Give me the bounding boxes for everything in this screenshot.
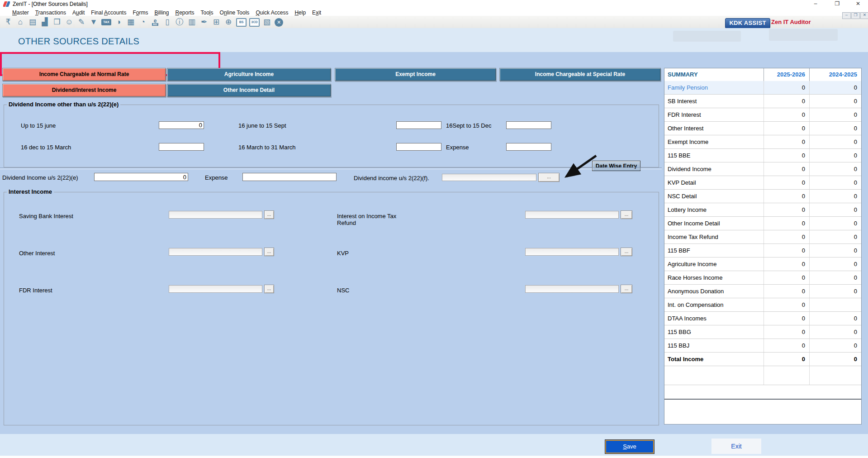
save-button[interactable]: Save (605, 439, 655, 454)
summary-col-2025-2026[interactable]: 2025-2026 (764, 71, 805, 78)
summary-row-115-bbf[interactable]: 115 BBF00 (664, 244, 861, 258)
browse-saving-bank-button[interactable]: ... (264, 210, 274, 219)
menu-item-reports[interactable]: Reports (172, 9, 197, 16)
summary-row-kvp-detail[interactable]: KVP Detail00 (664, 176, 861, 190)
heading-strip: OTHER SOURCES DETAILS (0, 28, 868, 52)
summary-row-race-horses-income[interactable]: Race Horses Income00 (664, 271, 861, 285)
minimize-button[interactable]: – (809, 0, 822, 8)
input-16june-15sept[interactable] (396, 121, 441, 129)
kdk-assist-button[interactable]: KDK ASSIST (725, 18, 770, 29)
input-expense-top[interactable] (506, 143, 551, 151)
input-dividend-2-22-f[interactable] (442, 174, 536, 181)
info-icon[interactable]: ⓘ (174, 17, 185, 28)
challan-form-icon[interactable]: ▧ (261, 17, 273, 28)
menu-item-forms[interactable]: Forms (129, 9, 151, 16)
calculator-icon[interactable]: ▦ (125, 17, 137, 28)
summary-row-115-bbg[interactable]: 115 BBG00 (664, 325, 861, 339)
input-nsc[interactable] (525, 285, 619, 293)
browse-fdr-interest-button[interactable]: ... (264, 285, 274, 293)
calendar-icon[interactable]: ⊞ (210, 17, 222, 28)
summary-row-other-interest[interactable]: Other Interest00 (664, 122, 861, 135)
tab-exempt-income[interactable]: Exempt Income (335, 68, 496, 81)
summary-row-other-income-detail[interactable]: Other Income Detail00 (664, 217, 861, 230)
menu-item-audit[interactable]: Audit (69, 9, 88, 16)
home-icon[interactable]: ⌂ (14, 17, 26, 28)
label-dividend-2-22-f: Dividend income u/s 2(22)(f). (354, 175, 429, 181)
office-building-icon[interactable]: ▤ (27, 17, 38, 28)
input-interest-on-it-refund[interactable] (525, 211, 619, 219)
browse-kvp-button[interactable]: ... (621, 248, 632, 256)
summary-row-agriculture-income[interactable]: Agriculture Income00 (664, 258, 861, 271)
input-saving-bank-interest[interactable] (169, 211, 262, 219)
menu-item-tools[interactable]: Tools (198, 9, 217, 16)
bs-doc-icon[interactable]: BS (236, 18, 247, 27)
menu-item-help[interactable]: Help (291, 9, 309, 16)
input-up-to-15-june[interactable] (159, 121, 204, 129)
ghost-button-2 (769, 29, 838, 41)
menu-item-billing[interactable]: Billing (151, 9, 172, 16)
input-fdr-interest[interactable] (169, 285, 262, 293)
summary-row-total-income[interactable]: Total Income00 (664, 353, 861, 366)
pin-tag-icon[interactable]: ✎ (76, 17, 87, 28)
tax-icon[interactable]: TAX (101, 19, 111, 25)
menu-item-master[interactable]: Master (9, 9, 32, 16)
menu-item-exit[interactable]: Exit (309, 9, 324, 16)
field-label-16march-31march: 16 March to 31 March (238, 144, 295, 151)
filter-icon[interactable]: ▼ (88, 17, 100, 28)
restore-button[interactable]: ❐ (830, 0, 844, 8)
menu-item-online-tools[interactable]: Online Tools (217, 9, 253, 16)
summary-row-115-bbe[interactable]: 115 BBE00 (664, 149, 861, 162)
tab-income-chargeable-at-normal-rate[interactable]: Income Chargeable at Normal Rate (2, 68, 166, 81)
input-other-interest[interactable] (169, 248, 262, 256)
exit-button[interactable]: Exit (711, 439, 761, 454)
summary-row-income-tax-refund[interactable]: Income Tax Refund00 (664, 230, 861, 244)
summary-row-exempt-income[interactable]: Exempt Income00 (664, 135, 861, 149)
tab-agriculture-income[interactable]: Agriculture Income (167, 68, 331, 81)
browse-nsc-button[interactable]: ... (621, 285, 632, 293)
summary-row-int-on-compensation[interactable]: Int. on Compensation0 (664, 298, 861, 312)
input-16dec-15march[interactable] (159, 143, 204, 151)
mdi-restore-button[interactable]: ❐ (851, 12, 860, 19)
epay-icon[interactable]: ePAY (149, 17, 161, 28)
3cd-doc-icon[interactable]: 3CD (249, 18, 260, 27)
summary-row-sb-interest[interactable]: SB Interest00 (664, 95, 861, 108)
input-16sept-15dec[interactable] (506, 121, 551, 129)
summary-row-lottery-income[interactable]: Lottery Income00 (664, 203, 861, 217)
annotation-arrow (555, 153, 601, 185)
gift-icon[interactable]: ❒ (51, 17, 63, 28)
mdi-minimize-button[interactable]: – (842, 12, 851, 19)
menu-item-transactions[interactable]: Transactions (32, 9, 69, 16)
input-expense-mid[interactable] (242, 173, 337, 181)
summary-row-dividend-income[interactable]: Dividend Income00 (664, 162, 861, 176)
rupee-ledger-icon[interactable]: ₹ (2, 17, 14, 28)
summary-row-fdr-interest[interactable]: FDR Interest00 (664, 108, 861, 122)
input-kvp[interactable] (525, 248, 619, 256)
input-dividend-2-22-e[interactable] (94, 173, 188, 181)
mobile-icon[interactable]: ▯ (161, 17, 173, 28)
mdi-close-button[interactable]: ✕ (860, 12, 868, 19)
bar-chart-icon[interactable]: ▟ (39, 17, 51, 28)
close-button[interactable]: ✕ (851, 0, 865, 8)
report-chart-icon[interactable]: ▥ (186, 17, 198, 28)
input-16march-31march[interactable] (396, 143, 441, 151)
tab-dividend-interest-income[interactable]: Dividend/Interest Income (2, 84, 166, 97)
rotate-icon[interactable]: ◑ (113, 17, 124, 28)
summary-row-family-pension[interactable]: Family Pension00 (664, 81, 861, 95)
close-icon[interactable]: ✕ (275, 18, 283, 27)
browse-other-interest-button[interactable]: ... (264, 248, 274, 256)
tab-income-chargeable-at-special-rate[interactable]: Income Chargeable at Special Rate (499, 68, 661, 81)
group-people-icon[interactable]: ☺☺ (63, 17, 75, 28)
browse-it-refund-button[interactable]: ... (621, 210, 632, 219)
menu-item-final-accounts[interactable]: Final Accounts (88, 9, 129, 16)
summary-row-dtaa-incomes[interactable]: DTAA Incomes00 (664, 312, 861, 325)
label-nsc: NSC (337, 287, 349, 294)
summary-row-nsc-detail[interactable]: NSC Detail00 (664, 190, 861, 203)
menu-item-quick-access[interactable]: Quick Access (252, 9, 291, 16)
summary-row-anonymous-donation[interactable]: Anonymous Donation00 (664, 285, 861, 298)
folder-add-icon[interactable]: ⊕ (223, 17, 234, 28)
summary-col-2024-2025[interactable]: 2024-2025 (809, 71, 857, 78)
pie-chart-icon[interactable]: ◔ (137, 17, 149, 28)
summary-row-115-bbj[interactable]: 115 BBJ00 (664, 339, 861, 353)
document-sign-icon[interactable]: ✒ (198, 17, 210, 28)
tab-other-income-detail[interactable]: Other Income Detail (167, 84, 331, 97)
